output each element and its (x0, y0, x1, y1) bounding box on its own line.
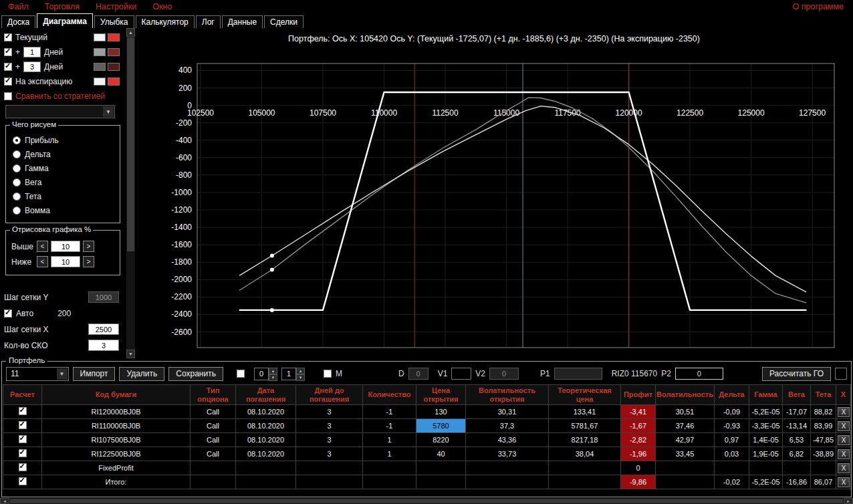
above-increase-button[interactable]: > (83, 241, 94, 252)
cell-qty[interactable]: 1 (363, 447, 416, 461)
cell-qty[interactable] (363, 475, 416, 489)
scroll-left-icon[interactable]: ◄ (0, 498, 9, 504)
row-remove-button[interactable]: X (836, 433, 851, 447)
checkbox[interactable] (19, 421, 27, 429)
spinner-a[interactable]: 0 ▲ ▼ (254, 368, 277, 380)
checkbox[interactable] (19, 463, 27, 471)
below-increase-button[interactable]: > (83, 256, 94, 267)
remove-icon[interactable]: X (838, 477, 850, 487)
scroll-down-icon[interactable]: ▼ (126, 350, 135, 358)
cell-qty[interactable]: 1 (363, 433, 416, 447)
cell-open_price[interactable]: 40 (416, 447, 466, 461)
profit-chart[interactable]: 4002000-200-400-600-800-1000-1200-1400-1… (135, 48, 853, 357)
remove-icon[interactable]: X (838, 449, 850, 459)
horizontal-scrollbar[interactable]: ◄ ► (0, 498, 853, 504)
spinner-up-icon[interactable]: ▲ (269, 368, 277, 374)
above-decrease-button[interactable]: < (37, 241, 48, 252)
menu-trading[interactable]: Торговля (37, 1, 88, 13)
spinner-down-icon[interactable]: ▼ (269, 374, 277, 381)
radio-option-1[interactable]: Прибыль (13, 135, 113, 146)
spinner-up-icon[interactable]: ▲ (296, 368, 305, 374)
m-checkbox[interactable] (324, 370, 332, 378)
radio-option-3[interactable]: Гамма (13, 163, 113, 174)
row-remove-button[interactable]: X (836, 475, 851, 489)
menu-settings[interactable]: Настройки (88, 1, 144, 13)
settings-scrollbar[interactable]: ▲ ▼ (126, 28, 135, 358)
calc-go-button[interactable]: Рассчитать ГО (762, 367, 831, 381)
row-remove-button[interactable]: X (836, 461, 851, 475)
hscrollbar-thumb[interactable] (10, 499, 843, 503)
v1-input[interactable] (451, 368, 471, 380)
current-marker-color-swatch[interactable] (108, 33, 120, 41)
cell-open_price[interactable]: 8220 (416, 433, 466, 447)
cell-qty[interactable]: -1 (363, 405, 416, 419)
row-remove-button[interactable]: X (836, 405, 851, 419)
spinner-b[interactable]: 1 ▲ ▼ (281, 368, 305, 380)
checkbox[interactable] (19, 407, 27, 415)
cell-open_price[interactable]: 5780 (416, 419, 466, 433)
plus3-days-input[interactable] (23, 61, 41, 72)
remove-icon[interactable]: X (838, 435, 850, 445)
tab-deals[interactable]: Сделки (264, 15, 303, 28)
current-line-color-swatch[interactable] (94, 33, 106, 41)
plus1-checkbox[interactable] (4, 48, 12, 56)
spinner-a-buttons[interactable]: ▲ ▼ (269, 368, 277, 380)
checkbox[interactable] (19, 449, 27, 457)
cell-open_price[interactable]: 130 (416, 405, 466, 419)
compare-strategy-checkbox[interactable] (4, 92, 12, 100)
v2-input[interactable] (489, 368, 519, 380)
scroll-right-icon[interactable]: ► (844, 498, 853, 504)
portfolio-select[interactable]: 11 ▼ (6, 367, 69, 381)
d-input[interactable] (408, 368, 429, 380)
radio-option-2[interactable]: Дельта (13, 149, 113, 160)
radio-option-6[interactable]: Вомма (13, 205, 113, 216)
tab-smile[interactable]: Улыбка (94, 15, 134, 28)
grid-step-x-input[interactable] (88, 324, 119, 335)
radio-option-5[interactable]: Тета (13, 191, 113, 202)
current-checkbox[interactable] (4, 33, 12, 41)
plus3-checkbox[interactable] (4, 63, 12, 71)
menu-about[interactable]: О программе (785, 1, 853, 13)
checkbox[interactable] (19, 477, 27, 485)
row-calc-checkbox[interactable] (3, 433, 42, 447)
toolbar-checkbox-1[interactable] (237, 370, 245, 378)
tab-calculator[interactable]: Калькулятор (136, 15, 195, 28)
grid-step-y-input[interactable] (88, 291, 119, 303)
plus3-line-color-swatch[interactable] (94, 63, 106, 71)
tab-diagram[interactable]: Диаграмма (37, 13, 93, 28)
save-button[interactable]: Сохранить (168, 367, 223, 381)
below-percent-input[interactable] (51, 256, 80, 267)
cell-qty[interactable]: -1 (363, 419, 416, 433)
toolbar-mini-input[interactable] (835, 368, 847, 380)
plus1-line-color-swatch[interactable] (94, 48, 106, 56)
spinner-b-buttons[interactable]: ▲ ▼ (296, 368, 305, 380)
plus3-marker-color-swatch[interactable] (108, 63, 120, 71)
remove-icon[interactable]: X (838, 421, 850, 431)
menu-file[interactable]: Файл (0, 1, 37, 13)
cell-open_price[interactable] (416, 475, 466, 489)
menu-window[interactable]: Окно (144, 1, 180, 13)
row-calc-checkbox[interactable] (3, 475, 42, 489)
cell-open_price[interactable] (416, 461, 466, 475)
spinner-down-icon[interactable]: ▼ (296, 374, 305, 381)
plus1-marker-color-swatch[interactable] (108, 48, 120, 56)
delete-button[interactable]: Удалить (119, 367, 164, 381)
row-calc-checkbox[interactable] (3, 405, 42, 419)
radio-option-4[interactable]: Вега (13, 177, 113, 188)
remove-icon[interactable]: X (838, 463, 850, 473)
tab-log[interactable]: Лог (196, 15, 221, 28)
expiration-checkbox[interactable] (4, 78, 12, 86)
auto-checkbox[interactable] (4, 309, 12, 318)
tab-data[interactable]: Данные (222, 15, 263, 28)
scroll-up-icon[interactable]: ▲ (126, 28, 135, 37)
row-remove-button[interactable]: X (836, 419, 851, 433)
row-calc-checkbox[interactable] (3, 461, 42, 475)
sko-input[interactable] (88, 340, 119, 351)
checkbox[interactable] (19, 435, 27, 443)
scrollbar-thumb[interactable] (127, 37, 134, 251)
p1-input[interactable] (554, 368, 602, 380)
row-calc-checkbox[interactable] (3, 419, 42, 433)
expiration-marker-color-swatch[interactable] (108, 78, 120, 86)
below-decrease-button[interactable]: < (37, 256, 48, 267)
p2-input[interactable] (675, 368, 723, 380)
